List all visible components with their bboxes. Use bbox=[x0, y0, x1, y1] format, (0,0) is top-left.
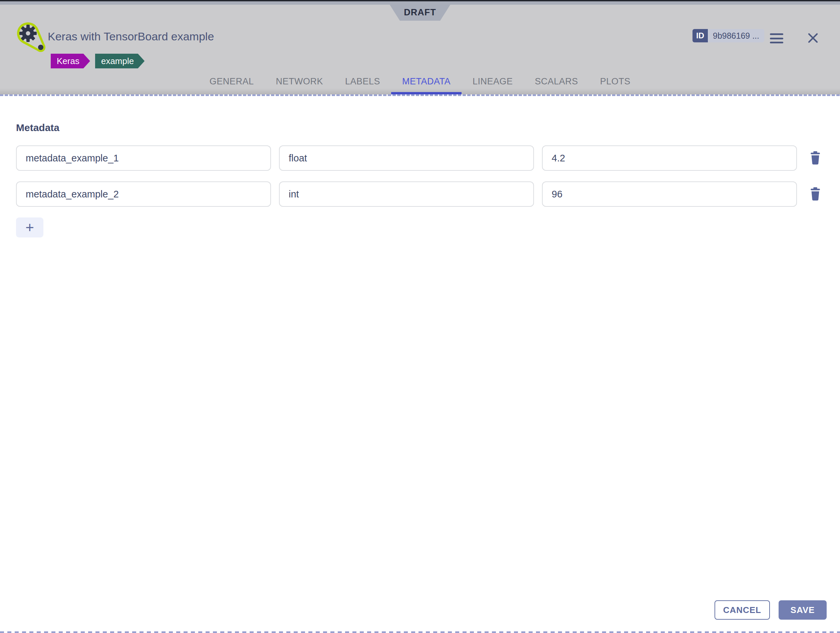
tag-keras: Keras bbox=[51, 54, 90, 68]
hamburger-menu-icon[interactable] bbox=[770, 33, 783, 43]
metadata-key-input[interactable] bbox=[16, 181, 271, 207]
page-title: Keras with TensorBoard example bbox=[48, 30, 214, 43]
metadata-type-input[interactable] bbox=[279, 145, 534, 171]
plus-icon: + bbox=[25, 220, 34, 235]
metadata-row bbox=[16, 181, 840, 207]
save-button[interactable]: SAVE bbox=[778, 600, 827, 620]
tab-general[interactable]: GENERAL bbox=[199, 73, 265, 94]
add-row-button[interactable]: + bbox=[16, 217, 43, 238]
tab-metadata[interactable]: METADATA bbox=[391, 73, 461, 94]
close-icon[interactable] bbox=[806, 31, 819, 45]
metadata-value-input[interactable] bbox=[542, 145, 797, 171]
trash-icon[interactable] bbox=[808, 181, 823, 207]
backdrop-strip bbox=[0, 2, 840, 5]
metadata-value-input[interactable] bbox=[542, 181, 797, 207]
tag-list: Keras example bbox=[51, 54, 145, 68]
status-badge: DRAFT bbox=[390, 4, 450, 20]
cancel-button[interactable]: CANCEL bbox=[715, 600, 770, 620]
tab-bar: GENERAL NETWORK LABELS METADATA LINEAGE … bbox=[0, 73, 840, 94]
tab-plots[interactable]: PLOTS bbox=[589, 73, 641, 94]
tag-example: example bbox=[95, 54, 145, 68]
metadata-type-input[interactable] bbox=[279, 181, 534, 207]
tab-lineage[interactable]: LINEAGE bbox=[461, 73, 524, 94]
metadata-key-input[interactable] bbox=[16, 145, 271, 171]
trash-icon[interactable] bbox=[808, 145, 823, 171]
section-title: Metadata bbox=[16, 122, 840, 134]
dashed-separator bbox=[0, 94, 840, 96]
id-badge-value: 9b986169 ... bbox=[708, 29, 764, 43]
tab-scalars[interactable]: SCALARS bbox=[524, 73, 589, 94]
id-badge[interactable]: ID 9b986169 ... bbox=[693, 29, 764, 43]
metadata-panel: Metadata bbox=[0, 96, 840, 631]
tab-network[interactable]: NETWORK bbox=[265, 73, 334, 94]
model-gear-icon bbox=[15, 20, 48, 54]
dialog-footer: CANCEL SAVE bbox=[715, 600, 827, 620]
metadata-row bbox=[16, 145, 840, 171]
tab-labels[interactable]: LABELS bbox=[334, 73, 391, 94]
dashed-bottom-border bbox=[0, 631, 840, 633]
id-badge-label: ID bbox=[693, 29, 708, 43]
